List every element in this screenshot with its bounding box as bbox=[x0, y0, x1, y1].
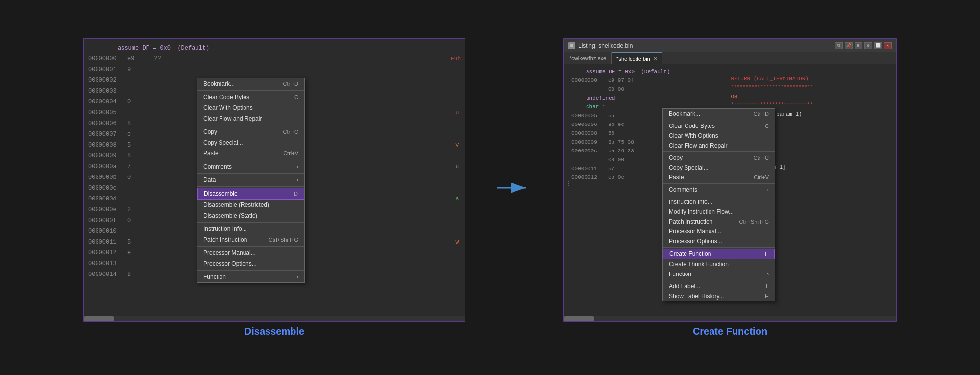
toolbar-expand-btn[interactable]: ⬜ bbox=[874, 42, 882, 49]
right-sep-5 bbox=[663, 247, 775, 248]
menu-comments[interactable]: Comments › bbox=[197, 161, 304, 172]
menu-clear-with-options[interactable]: Clear With Options bbox=[197, 102, 304, 113]
right-context-menu: Bookmark... Ctrl+D Clear Code Bytes C Cl… bbox=[662, 108, 775, 301]
menu-copy[interactable]: Copy Ctrl+C bbox=[197, 126, 304, 137]
right-menu-clear-flow[interactable]: Clear Flow and Repair bbox=[663, 141, 775, 150]
right-menu-proc-options[interactable]: Processor Options... bbox=[663, 236, 775, 246]
right-menu-comments[interactable]: Comments › bbox=[663, 185, 775, 195]
right-tabs-bar: *cwlkewfbz.exe *shellcode.bin ✕ bbox=[564, 52, 896, 64]
right-sep-1 bbox=[663, 120, 775, 120]
menu-sep-3 bbox=[197, 160, 304, 160]
right-scrollbar-thumb[interactable] bbox=[564, 316, 594, 321]
right-menu-clear-code-bytes[interactable]: Clear Code Bytes C bbox=[663, 121, 775, 131]
toolbar-pin-btn[interactable]: 📌 bbox=[845, 42, 853, 49]
menu-sep-1 bbox=[197, 90, 304, 91]
right-sep-4 bbox=[663, 196, 775, 196]
toolbar-close-btn[interactable]: ✕ bbox=[884, 42, 892, 49]
right-menu-create-function[interactable]: Create Function F bbox=[663, 249, 775, 259]
arrow-container bbox=[495, 178, 534, 198]
right-menu-create-thunk[interactable]: Create Thunk Function bbox=[663, 259, 775, 269]
right-menu-patch[interactable]: Patch Instruction Ctrl+Shift+G bbox=[663, 217, 775, 226]
title-bar-controls: ⧉ 📌 ⊞ ⚙ ⬜ ✕ bbox=[835, 42, 892, 49]
menu-bookmark[interactable]: Bookmark... Ctrl+D bbox=[197, 78, 304, 89]
tab-shellcode[interactable]: *shellcode.bin ✕ bbox=[612, 52, 662, 64]
menu-processor-manual[interactable]: Processor Manual... bbox=[197, 248, 304, 258]
right-menu-add-label[interactable]: Add Label... L bbox=[663, 281, 775, 291]
right-menu-instruction-info[interactable]: Instruction Info... bbox=[663, 197, 775, 207]
right-menu-paste[interactable]: Paste Ctrl+V bbox=[663, 173, 775, 182]
right-menu-copy-special[interactable]: Copy Special... bbox=[663, 163, 775, 173]
right-menu-bookmark[interactable]: Bookmark... Ctrl+D bbox=[663, 109, 775, 119]
code-header-line: assume DF = 0x0 (Default) bbox=[84, 43, 465, 53]
right-title-bar: ▦ Listing: shellcode.bin ⧉ 📌 ⊞ ⚙ ⬜ ✕ bbox=[564, 39, 896, 52]
right-sep-2 bbox=[663, 151, 775, 152]
menu-instruction-info[interactable]: Instruction Info... bbox=[197, 224, 304, 234]
right-panel: ▦ Listing: shellcode.bin ⧉ 📌 ⊞ ⚙ ⬜ ✕ *cw… bbox=[564, 38, 897, 322]
left-label: Disassemble bbox=[245, 326, 304, 337]
left-context-menu: Bookmark... Ctrl+D Clear Code Bytes C Cl… bbox=[197, 78, 305, 283]
right-label: Create Function bbox=[693, 326, 767, 337]
menu-sep-8 bbox=[197, 270, 304, 271]
main-container: assume DF = 0x0 (Default) 00000000 e9 ??… bbox=[0, 0, 980, 375]
arrow-svg bbox=[497, 178, 532, 198]
assume-instr: assume DF = 0x0 (Default) bbox=[118, 45, 209, 51]
right-sep-3 bbox=[663, 183, 775, 184]
toolbar-grid-btn[interactable]: ⊞ bbox=[855, 42, 862, 49]
left-scrollbar[interactable] bbox=[84, 316, 465, 321]
menu-sep-2 bbox=[197, 125, 304, 125]
toolbar-settings-btn[interactable]: ⚙ bbox=[864, 42, 872, 49]
menu-disassemble[interactable]: Disassemble D bbox=[197, 188, 304, 200]
right-menu-proc-manual[interactable]: Processor Manual... bbox=[663, 226, 775, 236]
menu-clear-flow[interactable]: Clear Flow and Repair bbox=[197, 113, 304, 124]
menu-processor-options[interactable]: Processor Options... bbox=[197, 258, 304, 269]
right-scrollbar[interactable] bbox=[564, 316, 896, 321]
menu-sep-4 bbox=[197, 173, 304, 174]
menu-disassemble-static[interactable]: Disassemble (Static) bbox=[197, 210, 304, 221]
menu-patch-instruction[interactable]: Patch Instruction Ctrl+Shift+G bbox=[197, 234, 304, 245]
right-menu-modify-flow[interactable]: Modify Instruction Flow... bbox=[663, 207, 775, 217]
menu-sep-6 bbox=[197, 222, 304, 223]
toolbar-copy-btn[interactable]: ⧉ bbox=[835, 42, 843, 49]
listing-icon: ▦ bbox=[568, 42, 575, 49]
right-menu-function[interactable]: Function › bbox=[663, 269, 775, 279]
menu-disassemble-restricted[interactable]: Disassemble (Restricted) bbox=[197, 200, 304, 210]
right-menu-clear-with-options[interactable]: Clear With Options bbox=[663, 131, 775, 141]
menu-data[interactable]: Data › bbox=[197, 175, 304, 185]
right-sep-6 bbox=[663, 280, 775, 280]
right-title-text: Listing: shellcode.bin bbox=[578, 42, 832, 49]
menu-paste[interactable]: Paste Ctrl+V bbox=[197, 148, 304, 159]
right-code-content: assume DF = 0x0 (Default) 00000000 e9 97… bbox=[564, 64, 896, 321]
tab-cwlkewfbz[interactable]: *cwlkewfbz.exe bbox=[564, 52, 612, 64]
menu-sep-7 bbox=[197, 246, 304, 247]
menu-clear-code-bytes[interactable]: Clear Code Bytes C bbox=[197, 92, 304, 102]
tab-close-icon[interactable]: ✕ bbox=[653, 56, 657, 61]
menu-sep-5 bbox=[197, 186, 304, 187]
menu-function-left[interactable]: Function › bbox=[197, 272, 304, 282]
side-dots-indicator: ⋮ bbox=[565, 180, 571, 187]
right-menu-show-label-history[interactable]: Show Label History... H bbox=[663, 291, 775, 301]
code-line-0: 00000000 e9 ?? E9h bbox=[84, 53, 465, 64]
right-menu-copy[interactable]: Copy Ctrl+C bbox=[663, 153, 775, 163]
menu-copy-special[interactable]: Copy Special... bbox=[197, 137, 304, 148]
left-scrollbar-thumb[interactable] bbox=[84, 316, 114, 321]
right-panel-col: ▦ Listing: shellcode.bin ⧉ 📌 ⊞ ⚙ ⬜ ✕ *cw… bbox=[564, 38, 897, 337]
left-panel: assume DF = 0x0 (Default) 00000000 e9 ??… bbox=[83, 38, 466, 322]
left-panel-col: assume DF = 0x0 (Default) 00000000 e9 ??… bbox=[83, 38, 466, 337]
